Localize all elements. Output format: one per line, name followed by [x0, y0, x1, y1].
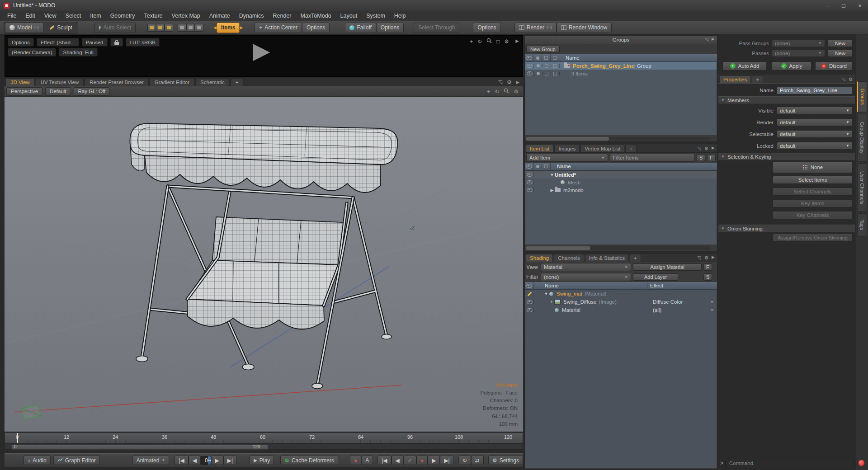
menu-item[interactable]: Item [85, 13, 105, 19]
swing-mat-effect[interactable] [650, 290, 717, 298]
group-row-porch-swing[interactable]: Porch_Swing_Grey_Line : Group [525, 62, 717, 70]
rail-tab-group-display[interactable]: Group Display [857, 114, 867, 162]
swing-diffuse-effect-dropdown[interactable]: Diffuse Color ▼ [650, 298, 717, 306]
auto-select-button[interactable]: Auto Select [94, 23, 136, 33]
discard-button[interactable]: × Discard [815, 61, 853, 70]
filter-f-button[interactable]: F [707, 154, 716, 161]
item-lock-column-icon[interactable] [544, 164, 548, 168]
menu-render[interactable]: Render [269, 13, 296, 19]
action-center-button[interactable]: + Action Center [255, 23, 302, 33]
lock-column-icon[interactable] [544, 56, 548, 60]
menu-vertex-map[interactable]: Vertex Map [167, 13, 205, 19]
passes-dropdown[interactable]: (none)▼ [772, 49, 825, 57]
shading-add-tab[interactable]: + [630, 254, 641, 262]
shader-row-swing-mat[interactable]: ▼ Swing_mat(Material) [525, 290, 717, 298]
tab-shading[interactable]: Shading [526, 254, 553, 262]
tab-3d-view[interactable]: 3D View [5, 78, 35, 86]
action-center-options-button[interactable]: Options [302, 23, 330, 33]
select-items-button[interactable]: Select Items [773, 176, 853, 184]
preview-lock-button[interactable] [110, 38, 123, 47]
item-list-add-tab[interactable]: + [625, 145, 637, 152]
add-item-dropdown[interactable]: Add Item ▼ [526, 154, 608, 162]
maximize-button[interactable]: □ [835, 0, 852, 11]
groups-hscrollbar[interactable] [526, 137, 711, 141]
auto-add-button[interactable]: + Auto Add [722, 61, 767, 70]
items-scroll-left-icon[interactable]: ◀ [213, 25, 217, 30]
name-field[interactable]: Porch_Swing_Grey_Line [777, 86, 853, 94]
tab-properties[interactable]: Properties [719, 75, 751, 83]
audio-button[interactable]: ♪ Audio [24, 456, 51, 465]
viewport-gear-icon[interactable]: ⚙ [507, 79, 512, 85]
scene-expand-icon[interactable]: ▼ [549, 173, 555, 177]
vp-pan-icon[interactable]: + [487, 89, 490, 95]
preview-effect-button[interactable]: Effect: (Shad... [37, 38, 79, 47]
view-dropdown[interactable]: Material ▼ [541, 263, 631, 271]
prev-key-button[interactable]: |◀ [377, 456, 391, 465]
scene-visibility-icon[interactable] [527, 173, 533, 177]
shader-row-material[interactable]: Material (all) ▼ [525, 306, 717, 314]
render-button[interactable]: Render F9 [514, 23, 557, 33]
layer-visibility-column-icon[interactable] [526, 284, 532, 288]
close-button[interactable]: × [852, 0, 868, 11]
tab-images[interactable]: Images [554, 145, 580, 152]
item-visibility-column-icon[interactable] [526, 164, 532, 169]
tab-channels[interactable]: Channels [554, 254, 584, 262]
next-key-button[interactable]: ▶| [440, 456, 453, 465]
item-render-column-icon[interactable] [536, 165, 539, 168]
falloff-options-button[interactable]: Options [376, 23, 404, 33]
mesh-visibility-icon[interactable] [527, 180, 533, 184]
key-items-button[interactable]: Key Items [773, 199, 853, 207]
step-forward-button[interactable]: ▶ [211, 456, 223, 465]
new-group-button[interactable]: New Group [526, 46, 560, 53]
model-mode-button[interactable]: Model F2 [5, 23, 44, 33]
preview-options-button[interactable]: Options [8, 38, 34, 47]
menu-file[interactable]: File [3, 13, 21, 19]
preview-shading-button[interactable]: Shading: Full [59, 48, 97, 56]
selectable-dropdown[interactable]: default▼ [777, 130, 853, 138]
go-to-end-button[interactable]: ▶| [223, 456, 237, 465]
3d-viewport[interactable]: -Z No Items Polygons : Face Channels: 0 … [5, 97, 523, 432]
shading-s-button[interactable]: S [703, 273, 712, 281]
menu-select[interactable]: Select [61, 13, 86, 19]
m2modo-visibility-icon[interactable] [527, 188, 533, 192]
visibility-column-icon[interactable] [526, 56, 532, 60]
settings-button[interactable]: ⚙ Settings [488, 456, 523, 465]
material-effect-dropdown[interactable]: (all) ▼ [650, 306, 717, 314]
material-visibility-icon[interactable] [527, 308, 533, 312]
loop-button[interactable]: ↻ [458, 456, 471, 465]
step-back-button[interactable]: ◀ [189, 456, 201, 465]
properties-add-tab[interactable]: + [752, 75, 763, 83]
swing-diffuse-expand-icon[interactable]: + [549, 300, 554, 304]
animation-mode-dropdown[interactable]: Animated ▼ [132, 456, 170, 465]
delete-key-button[interactable]: ● [416, 456, 428, 465]
filter-items-field[interactable]: Filter Items [610, 154, 695, 162]
go-to-start-button[interactable]: |◀ [175, 456, 188, 465]
perspective-dropdown[interactable]: Perspective [6, 87, 42, 96]
item-row-m2modo[interactable]: ▶ m2modo [525, 186, 717, 194]
items-scroll-right-icon[interactable]: ▶ [240, 25, 243, 30]
falloff-button[interactable]: Falloff [345, 23, 376, 33]
vp-orbit-icon[interactable]: ↻ [495, 89, 499, 95]
properties-expand-icon[interactable]: ◹ [842, 76, 845, 82]
menu-view[interactable]: View [40, 13, 61, 19]
select-vertices-icon[interactable] [147, 24, 156, 32]
m2modo-expand-icon[interactable]: ▶ [549, 188, 555, 193]
menu-texture[interactable]: Texture [140, 13, 167, 19]
select-materials-icon[interactable] [186, 24, 195, 32]
select-items-icon[interactable] [178, 24, 186, 32]
preview-gear-icon[interactable]: ⚙ [504, 38, 509, 45]
auto-key-button[interactable]: A [361, 456, 373, 465]
key-forward-button[interactable]: ▶ [428, 456, 440, 465]
vp-gear-icon[interactable]: ⚙ [514, 89, 519, 95]
minimize-button[interactable]: – [819, 0, 835, 11]
menu-animate[interactable]: Animate [205, 13, 235, 19]
render-dropdown[interactable]: default▼ [777, 118, 853, 126]
key-back-button[interactable]: ◀ [392, 456, 404, 465]
render-column-icon[interactable] [536, 56, 539, 60]
swing-mat-expand-icon[interactable]: ▼ [543, 291, 549, 296]
tab-info-statistics[interactable]: Info & Statistics [585, 254, 629, 262]
selection-keying-section-header[interactable]: ▼ Selection & Keying [718, 153, 855, 160]
menu-system[interactable]: System [362, 13, 390, 19]
item-row-mesh[interactable]: Mesh [525, 179, 717, 186]
vp-zoom-icon[interactable] [504, 88, 509, 95]
